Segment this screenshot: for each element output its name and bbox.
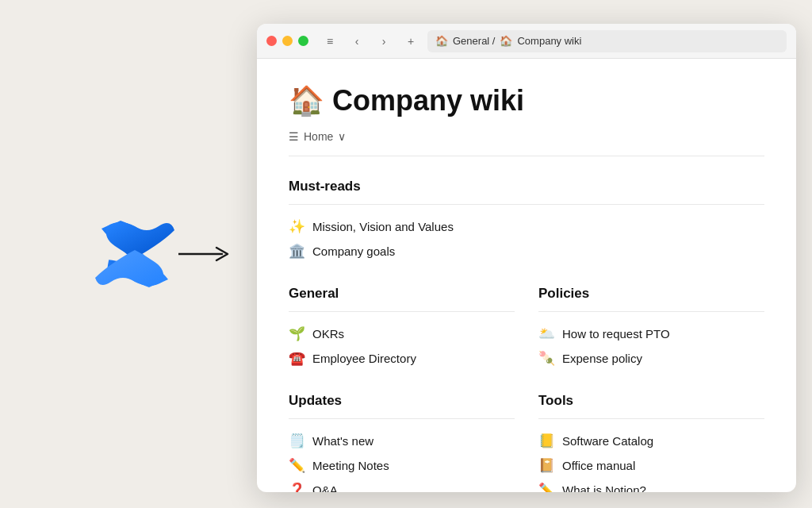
updates-divider bbox=[289, 418, 515, 419]
qa-emoji: ❓ bbox=[289, 482, 306, 492]
mission-label: Mission, Vision and Values bbox=[312, 220, 454, 233]
pto-label: How to request PTO bbox=[562, 327, 670, 341]
traffic-lights bbox=[266, 36, 308, 46]
okrs-emoji: 🌱 bbox=[289, 325, 306, 342]
mission-link[interactable]: ✨ Mission, Vision and Values bbox=[289, 214, 764, 239]
page-title-emoji: 🏠 bbox=[289, 84, 324, 117]
address-bar[interactable]: 🏠 General / 🏠 Company wiki bbox=[427, 30, 787, 52]
expense-policy-emoji: 🍡 bbox=[538, 350, 556, 367]
whats-new-label: What's new bbox=[312, 434, 373, 448]
updates-section: Updates 🗒️ What's new ✏️ Meeting Notes ❓… bbox=[289, 393, 515, 492]
forward-button[interactable]: › bbox=[373, 31, 394, 52]
address-page-title: Company wiki bbox=[517, 35, 581, 47]
what-is-notion-link[interactable]: ✏️ What is Notion? bbox=[538, 478, 764, 492]
what-is-notion-label: What is Notion? bbox=[562, 483, 646, 492]
qa-label: Q&A bbox=[312, 483, 338, 492]
software-catalog-link[interactable]: 📒 Software Catalog bbox=[538, 429, 764, 453]
qa-link[interactable]: ❓ Q&A bbox=[289, 478, 515, 492]
browser-titlebar: ≡ ‹ › + 🏠 General / 🏠 Company wiki bbox=[257, 24, 796, 59]
breadcrumb-chevron: ∨ bbox=[338, 130, 346, 143]
minimize-button[interactable] bbox=[282, 36, 293, 46]
arrow-icon bbox=[178, 242, 242, 266]
breadcrumb-home-label[interactable]: Home bbox=[304, 130, 333, 143]
breadcrumb-icon: ☰ bbox=[289, 130, 299, 143]
what-is-notion-emoji: ✏️ bbox=[538, 482, 556, 492]
maximize-button[interactable] bbox=[298, 36, 308, 46]
policies-divider bbox=[538, 311, 764, 312]
company-goals-emoji: 🏛️ bbox=[289, 243, 306, 260]
close-button[interactable] bbox=[266, 36, 277, 46]
breadcrumb-nav: ☰ Home ∨ bbox=[289, 130, 764, 156]
logo-container bbox=[91, 210, 178, 298]
confluence-logo bbox=[91, 210, 178, 298]
employee-directory-label: Employee Directory bbox=[312, 352, 416, 365]
okrs-link[interactable]: 🌱 OKRs bbox=[289, 321, 515, 346]
tools-divider bbox=[538, 418, 764, 419]
meeting-notes-emoji: ✏️ bbox=[289, 457, 306, 474]
office-manual-link[interactable]: 📔 Office manual bbox=[538, 453, 764, 478]
office-manual-label: Office manual bbox=[562, 459, 635, 472]
general-heading: General bbox=[289, 286, 515, 302]
employee-directory-emoji: ☎️ bbox=[289, 350, 306, 367]
software-catalog-emoji: 📒 bbox=[538, 433, 556, 449]
updates-heading: Updates bbox=[289, 393, 515, 409]
employee-directory-link[interactable]: ☎️ Employee Directory bbox=[289, 346, 515, 371]
hamburger-menu-button[interactable]: ≡ bbox=[320, 31, 340, 52]
page-title-text: Company wiki bbox=[332, 84, 524, 117]
policies-section: Policies 🌥️ How to request PTO 🍡 Expense… bbox=[538, 286, 764, 371]
software-catalog-label: Software Catalog bbox=[562, 434, 653, 448]
meeting-notes-label: Meeting Notes bbox=[312, 459, 389, 472]
policies-heading: Policies bbox=[538, 286, 764, 302]
expense-policy-label: Expense policy bbox=[562, 352, 642, 365]
page-content: 🏠 Company wiki ☰ Home ∨ Must-reads ✨ Mis… bbox=[257, 59, 796, 492]
address-text: General / bbox=[453, 35, 495, 47]
must-reads-heading: Must-reads bbox=[289, 179, 764, 194]
company-goals-link[interactable]: 🏛️ Company goals bbox=[289, 239, 764, 264]
address-home-icon: 🏠 bbox=[435, 35, 448, 47]
page-title: 🏠 Company wiki bbox=[289, 84, 764, 117]
must-reads-section: Must-reads ✨ Mission, Vision and Values … bbox=[289, 179, 764, 264]
mission-emoji: ✨ bbox=[289, 218, 306, 235]
two-col-layout: General 🌱 OKRs ☎️ Employee Directory Pol… bbox=[289, 286, 764, 492]
tools-section: Tools 📒 Software Catalog 📔 Office manual… bbox=[538, 393, 764, 492]
tools-heading: Tools bbox=[538, 393, 764, 409]
office-manual-emoji: 📔 bbox=[538, 457, 556, 474]
general-divider bbox=[289, 311, 515, 312]
meeting-notes-link[interactable]: ✏️ Meeting Notes bbox=[289, 453, 515, 478]
expense-policy-link[interactable]: 🍡 Expense policy bbox=[538, 346, 764, 371]
general-section: General 🌱 OKRs ☎️ Employee Directory bbox=[289, 286, 515, 371]
pto-link[interactable]: 🌥️ How to request PTO bbox=[538, 321, 764, 346]
whats-new-emoji: 🗒️ bbox=[289, 433, 306, 449]
must-reads-divider bbox=[289, 204, 764, 205]
pto-emoji: 🌥️ bbox=[538, 325, 556, 342]
new-tab-button[interactable]: + bbox=[400, 31, 421, 52]
address-page-icon: 🏠 bbox=[500, 35, 512, 47]
back-button[interactable]: ‹ bbox=[347, 31, 367, 52]
browser-window: ≡ ‹ › + 🏠 General / 🏠 Company wiki 🏠 Com… bbox=[257, 24, 796, 492]
whats-new-link[interactable]: 🗒️ What's new bbox=[289, 429, 515, 453]
okrs-label: OKRs bbox=[312, 327, 344, 341]
left-panel bbox=[0, 0, 270, 508]
company-goals-label: Company goals bbox=[312, 244, 395, 258]
